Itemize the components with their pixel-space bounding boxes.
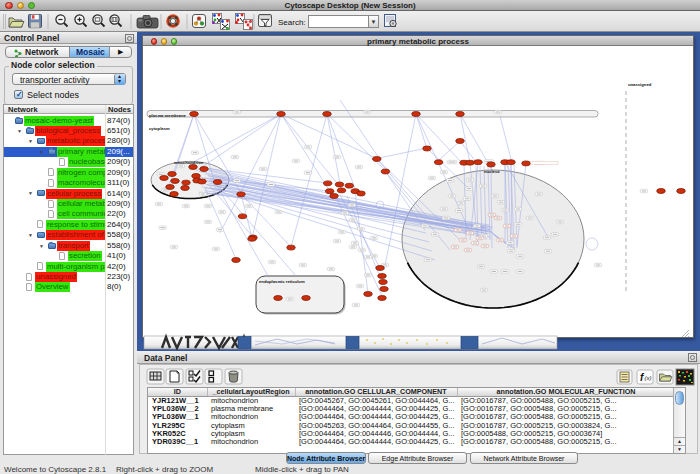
svg-text:(x): (x) bbox=[645, 375, 652, 381]
svg-text:nucleus: nucleus bbox=[484, 169, 500, 174]
svg-text:cytoplasm: cytoplasm bbox=[149, 126, 170, 131]
svg-text:plasma membrane: plasma membrane bbox=[149, 113, 186, 118]
svg-text:unassigned: unassigned bbox=[628, 82, 652, 87]
svg-text:mitochondrion: mitochondrion bbox=[174, 160, 204, 165]
svg-text:endoplasmic reticulum: endoplasmic reticulum bbox=[259, 279, 305, 284]
